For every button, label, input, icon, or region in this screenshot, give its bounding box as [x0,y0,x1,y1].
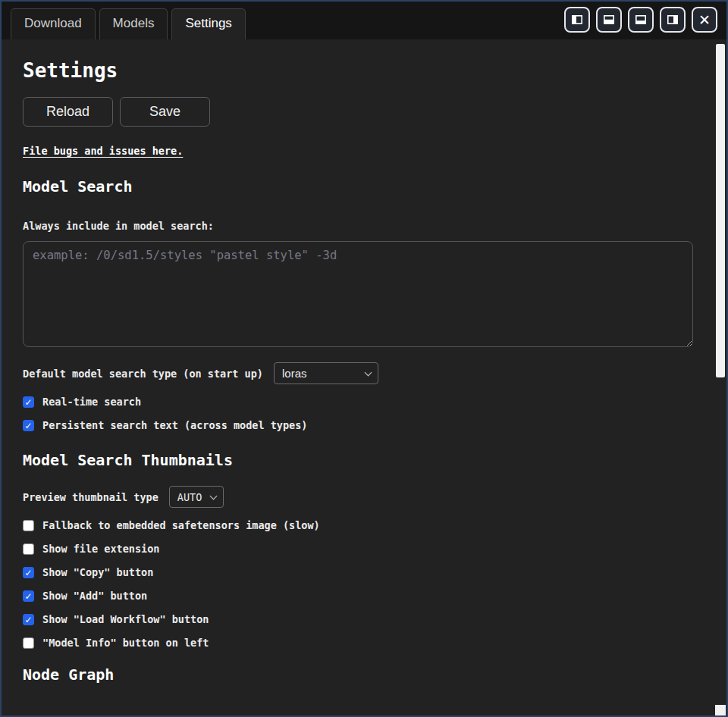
default-search-type-label: Default model search type (on start up) [23,368,263,380]
always-include-label: Always include in model search: [23,220,693,232]
default-search-type-select[interactable]: loras [274,362,378,384]
checkbox-label: Show "Load Workflow" button [42,613,209,625]
preview-thumbnail-type-select[interactable]: AUTO [169,486,224,508]
checkbox-icon [23,590,34,602]
dock-bottom-icon [603,14,615,26]
show-load-workflow-checkbox[interactable]: Show "Load Workflow" button [23,613,209,625]
action-buttons: Reload Save [23,97,693,127]
fallback-safetensors-checkbox[interactable]: Fallback to embedded safetensors image (… [23,519,320,531]
default-search-type-select-wrap: loras [274,362,378,384]
dock-bottom-bar-button[interactable] [628,7,654,33]
checkbox-icon [23,543,34,555]
model-manager-window: Download Models Settings [0,0,728,717]
checkbox-icon [23,637,34,649]
dock-bottom-bar-icon [635,14,647,26]
topbar: Download Models Settings [2,2,726,39]
checkbox-label: Show "Add" button [42,590,147,602]
show-add-button-checkbox[interactable]: Show "Add" button [23,590,147,602]
vertical-scrollbar[interactable] [714,39,726,715]
page-title: Settings [23,59,693,82]
dock-left-button[interactable] [564,7,590,33]
close-button[interactable]: ✕ [692,7,717,33]
tab-models[interactable]: Models [99,8,168,39]
settings-panel: Settings Reload Save File bugs and issue… [2,39,726,715]
preview-thumbnail-type-select-wrap: AUTO [169,486,224,508]
checkbox-icon [23,520,34,531]
checkbox-label: Show file extension [42,543,159,555]
scrollbar-thumb[interactable] [716,44,725,377]
scrollbar-corner [715,705,726,715]
checkbox-label: "Model Info" button on left [42,637,209,649]
dock-bottom-button[interactable] [596,7,622,33]
section-heading-model-search: Model Search [23,177,693,196]
default-search-type-row: Default model search type (on start up) … [23,362,693,384]
dock-left-icon [571,14,583,26]
realtime-search-checkbox[interactable]: Real-time search [23,396,141,408]
checkbox-icon [23,396,34,408]
close-icon: ✕ [698,13,711,27]
preview-thumbnail-type-row: Preview thumbnail type AUTO [23,486,693,508]
section-heading-thumbnails: Model Search Thumbnails [23,451,693,469]
show-copy-button-checkbox[interactable]: Show "Copy" button [23,566,153,578]
dock-right-button[interactable] [660,7,686,33]
checkbox-icon [23,567,34,578]
show-file-extension-checkbox[interactable]: Show file extension [23,543,159,555]
tab-download[interactable]: Download [11,8,96,39]
tab-settings[interactable]: Settings [171,8,245,39]
reload-button[interactable]: Reload [23,97,113,127]
always-include-textarea[interactable] [23,241,693,347]
tab-bar: Download Models Settings [2,8,246,39]
preview-thumbnail-type-label: Preview thumbnail type [23,491,158,503]
file-bugs-link[interactable]: File bugs and issues here. [23,145,183,157]
model-info-left-checkbox[interactable]: "Model Info" button on left [23,637,209,649]
save-button[interactable]: Save [120,97,210,127]
checkbox-label: Real-time search [42,396,141,408]
dock-right-icon [667,14,679,26]
checkbox-icon [23,420,34,431]
checkbox-label: Show "Copy" button [42,566,153,578]
checkbox-label: Fallback to embedded safetensors image (… [42,519,320,531]
window-controls: ✕ [564,7,726,39]
section-heading-node-graph: Node Graph [23,665,693,684]
checkbox-icon [23,614,34,625]
persistent-search-text-checkbox[interactable]: Persistent search text (across model typ… [23,419,308,431]
checkbox-label: Persistent search text (across model typ… [42,419,308,431]
